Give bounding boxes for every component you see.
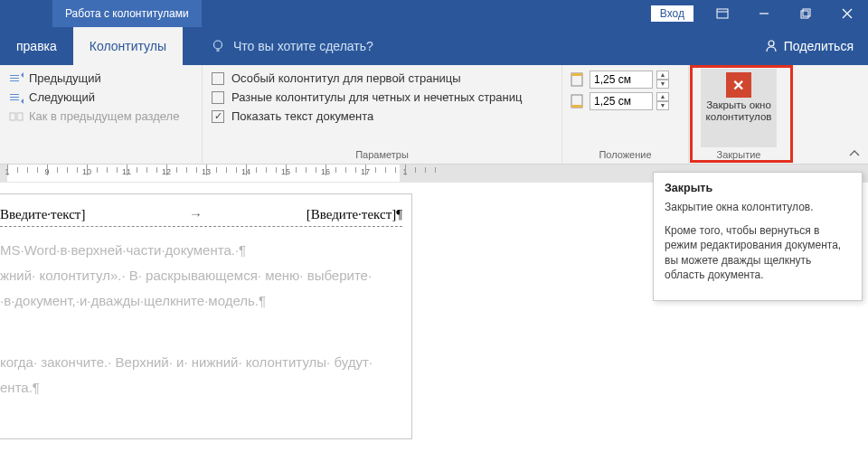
svg-rect-12 — [10, 78, 19, 79]
header-tab-arrow: → — [85, 207, 306, 222]
body-text-line: ента.¶ — [0, 377, 402, 399]
svg-rect-4 — [801, 11, 808, 18]
header-left-field[interactable]: Введите·текст] — [0, 207, 85, 222]
close-group-label: Закрытие — [696, 147, 781, 164]
different-first-page-label: Особый колонтитул для первой страницы — [231, 71, 461, 85]
context-tab-label: Работа с колонтитулами — [52, 0, 202, 27]
share-icon — [764, 39, 778, 53]
svg-rect-14 — [10, 94, 19, 95]
different-first-page-checkbox[interactable]: Особый колонтитул для первой страницы — [210, 69, 554, 88]
link-to-previous-button: Как в предыдущем разделе — [7, 107, 194, 126]
svg-rect-20 — [571, 73, 582, 76]
position-group-label: Положение — [570, 147, 681, 164]
page: Введите·текст] → [Введите·текст]¶ MS·Wor… — [0, 193, 412, 439]
spin-up-button[interactable]: ▲ — [656, 92, 669, 101]
svg-rect-13 — [10, 80, 19, 81]
header-edit-zone[interactable]: Введите·текст] → [Введите·текст]¶ — [0, 207, 402, 227]
ribbon-group-close: ✕ Закрыть окно колонтитулов Закрытие — [689, 65, 788, 164]
link-to-previous-label: Как в предыдущем разделе — [29, 109, 179, 123]
tab-header-footer[interactable]: Колонтитулы — [73, 27, 183, 65]
spin-up-button[interactable]: ▲ — [656, 71, 669, 80]
screentip: Закрыть Закрытие окна колонтитулов. Кром… — [653, 172, 863, 301]
chevron-up-icon — [848, 149, 861, 158]
close-header-footer-button[interactable]: ✕ Закрыть окно колонтитулов — [701, 69, 778, 147]
svg-rect-0 — [717, 9, 728, 18]
svg-rect-11 — [10, 75, 19, 76]
svg-rect-17 — [10, 113, 15, 120]
ribbon-display-options-icon[interactable] — [702, 0, 743, 27]
body-text-line: когда· закончите.· Верхний· и· нижний· к… — [0, 352, 402, 373]
header-right-field[interactable]: [Введите·текст]¶ — [307, 207, 402, 222]
lightbulb-icon — [210, 38, 226, 54]
body-text-line: жний· колонтитул».· В· раскрывающемся· м… — [0, 265, 402, 287]
svg-point-10 — [769, 41, 774, 46]
svg-point-7 — [214, 41, 222, 49]
different-odd-even-checkbox[interactable]: Разные колонтитулы для четных и нечетных… — [210, 88, 554, 107]
screentip-text: Кроме того, чтобы вернуться в режим реда… — [665, 223, 851, 282]
screentip-title: Закрыть — [665, 182, 851, 194]
ribbon-group-navigation: Предыдущий Следующий Как в предыдущем ра… — [0, 65, 203, 164]
next-icon — [9, 91, 24, 104]
nav-group-label — [7, 158, 194, 164]
footer-from-bottom-input[interactable]: 1,25 см — [590, 92, 653, 110]
svg-rect-3 — [803, 9, 810, 16]
next-section-button[interactable]: Следующий — [7, 88, 194, 107]
body-text-line: ·в·документ,·и·дважды·щелкните·модель.¶ — [0, 290, 402, 312]
different-odd-even-label: Разные колонтитулы для четных и нечетных… — [231, 90, 522, 104]
svg-rect-22 — [571, 105, 582, 108]
options-group-label: Параметры — [210, 147, 554, 164]
show-document-text-checkbox[interactable]: ✓ Показать текст документа — [210, 107, 554, 126]
ribbon-group-options: Особый колонтитул для первой страницы Ра… — [203, 65, 562, 164]
link-icon — [9, 110, 24, 123]
next-section-label: Следующий — [29, 90, 95, 104]
minimize-icon[interactable] — [743, 0, 785, 27]
checkbox-unchecked-icon — [212, 72, 224, 85]
ribbon-group-position: 1,25 см ▲ ▼ 1,25 см ▲ ▼ Положение — [562, 65, 689, 164]
close-button-label-line2: колонтитулов — [706, 111, 772, 122]
svg-rect-18 — [17, 113, 23, 120]
share-label: Поделиться — [784, 39, 854, 53]
tab-prev-partial[interactable]: правка — [0, 27, 73, 65]
header-from-top-input[interactable]: 1,25 см — [590, 71, 653, 89]
body-text-line: MS·Word·в·верхней·части·документа.·¶ — [0, 240, 402, 261]
restore-icon[interactable] — [785, 0, 826, 27]
spin-down-button[interactable]: ▼ — [656, 80, 669, 89]
tell-me-search[interactable]: Что вы хотите сделать? — [210, 27, 373, 65]
svg-rect-15 — [10, 97, 19, 98]
show-document-text-label: Показать текст документа — [231, 109, 373, 123]
previous-icon — [9, 72, 24, 85]
share-button[interactable]: Поделиться — [750, 27, 868, 65]
previous-section-label: Предыдущий — [29, 71, 101, 85]
collapse-ribbon-button[interactable] — [846, 147, 863, 160]
previous-section-button[interactable]: Предыдущий — [7, 69, 194, 88]
footer-from-bottom-icon — [570, 94, 586, 108]
close-x-icon: ✕ — [726, 72, 751, 98]
tell-me-label: Что вы хотите сделать? — [233, 39, 373, 53]
screentip-text: Закрытие окна колонтитулов. — [665, 200, 851, 214]
close-button-label-line1: Закрыть окно — [706, 99, 771, 110]
signin-button[interactable]: Вход — [650, 5, 694, 23]
header-from-top-icon — [570, 72, 586, 87]
close-window-icon[interactable] — [826, 0, 868, 27]
checkbox-checked-icon: ✓ — [212, 110, 224, 123]
spin-down-button[interactable]: ▼ — [656, 101, 669, 110]
svg-rect-16 — [10, 99, 19, 100]
checkbox-unchecked-icon — [212, 91, 224, 104]
